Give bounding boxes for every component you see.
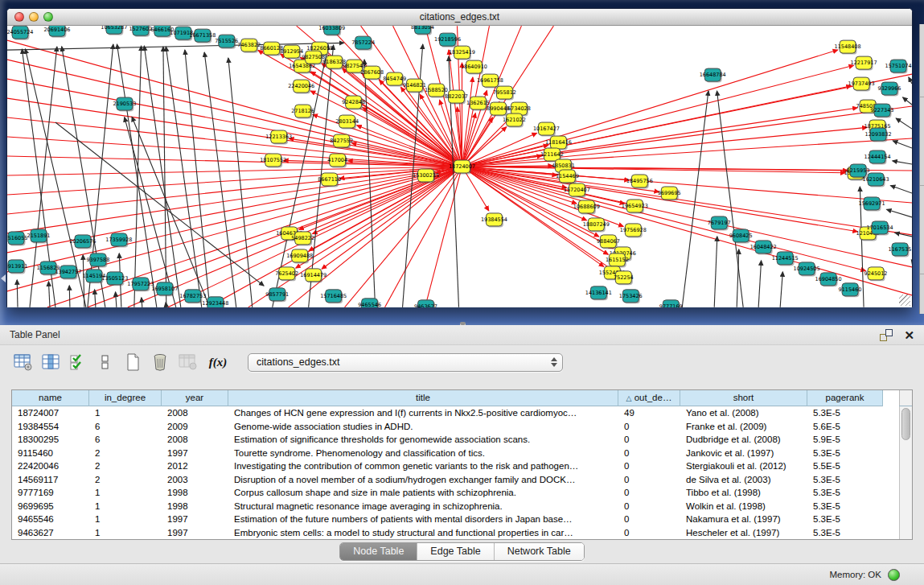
column-header-out_degree[interactable]: △ out_de… bbox=[618, 390, 680, 406]
graph-node[interactable]: 22420046 bbox=[288, 80, 314, 93]
scrollbar-thumb[interactable] bbox=[901, 408, 910, 440]
create-column-button[interactable] bbox=[122, 352, 143, 373]
graph-node[interactable]: 9777169 bbox=[659, 300, 683, 307]
column-header-short[interactable]: short bbox=[680, 390, 807, 406]
graph-node[interactable]: 2151891 bbox=[27, 229, 51, 243]
graph-node[interactable]: 14136141 bbox=[585, 286, 612, 300]
table-row[interactable]: 1938455462009Genome-wide association stu… bbox=[12, 420, 899, 434]
graph-node[interactable]: 10167427 bbox=[533, 122, 560, 136]
graph-node[interactable]: 752254 bbox=[614, 271, 634, 285]
graph-node[interactable]: 1527602 bbox=[129, 26, 152, 37]
graph-node[interactable]: 15751074 bbox=[885, 60, 912, 73]
graph-node[interactable]: 12217917 bbox=[851, 56, 877, 70]
network-canvas[interactable]: 2405572420691406106532871527602646616010… bbox=[7, 26, 912, 307]
graph-node[interactable]: 10688609 bbox=[573, 200, 600, 214]
memory-ok-indicator[interactable] bbox=[888, 569, 900, 581]
float-panel-icon[interactable] bbox=[880, 329, 893, 341]
graph-node[interactable]: 11244515 bbox=[772, 252, 799, 266]
graph-node[interactable]: 16958107 bbox=[151, 282, 178, 296]
graph-node[interactable]: 5498222 bbox=[291, 232, 314, 245]
graph-node[interactable]: 8912954 bbox=[280, 45, 303, 59]
graph-node[interactable]: 15692971 bbox=[859, 197, 885, 211]
graph-node[interactable]: 9857791 bbox=[265, 288, 289, 302]
tab-network-table[interactable]: Network Table bbox=[495, 543, 584, 560]
graph-node[interactable]: 9884067 bbox=[597, 235, 620, 249]
graph-node[interactable]: 12213363 bbox=[265, 130, 292, 144]
graph-node[interactable]: 16048422 bbox=[750, 241, 777, 254]
graph-node[interactable]: 9245012 bbox=[864, 267, 888, 281]
graph-node[interactable]: 8990448 bbox=[487, 102, 510, 116]
graph-node[interactable]: 16033809 bbox=[318, 26, 345, 36]
graph-node[interactable]: 19654923 bbox=[622, 200, 648, 213]
table-row[interactable]: 1872400712008Changes of HCN gene express… bbox=[12, 406, 899, 420]
graph-node[interactable]: 7515526 bbox=[215, 35, 238, 48]
results-panel-edge[interactable] bbox=[919, 24, 924, 314]
graph-node[interactable]: 2803144 bbox=[335, 115, 359, 129]
graph-node[interactable]: 18325419 bbox=[449, 46, 475, 60]
graph-node[interactable]: 1615152 bbox=[606, 253, 629, 267]
graph-node[interactable]: 9699695 bbox=[658, 187, 681, 200]
graph-node[interactable]: 10653287 bbox=[101, 26, 127, 35]
column-header-title[interactable]: title bbox=[228, 390, 618, 406]
graph-node[interactable]: 8822037 bbox=[445, 90, 468, 104]
column-header-in_degree[interactable]: in_degree bbox=[89, 390, 162, 406]
graph-node[interactable]: 18107552 bbox=[260, 154, 286, 167]
graph-node[interactable]: 18495756 bbox=[626, 175, 653, 188]
graph-node[interactable]: 15716485 bbox=[320, 290, 347, 303]
graph-node[interactable]: 2190533 bbox=[113, 97, 136, 111]
row-options-button[interactable] bbox=[95, 352, 116, 373]
graph-node[interactable]: 9329966 bbox=[878, 82, 901, 96]
function-builder-button[interactable]: f(x) bbox=[207, 352, 228, 373]
window-resize-grip[interactable] bbox=[899, 295, 910, 306]
table-settings-button[interactable] bbox=[13, 352, 34, 373]
graph-node[interactable]: 16904850 bbox=[815, 273, 842, 286]
column-header-year[interactable]: year bbox=[162, 390, 228, 406]
graph-node[interactable]: 11548408 bbox=[835, 40, 861, 54]
table-scrollbar[interactable] bbox=[899, 406, 912, 539]
column-header-pagerank[interactable]: pagerank bbox=[807, 390, 883, 406]
graph-node[interactable]: 19737493 bbox=[848, 77, 875, 91]
graph-node[interactable]: 7857224 bbox=[351, 36, 375, 50]
graph-node[interactable]: 9608425 bbox=[729, 229, 753, 243]
close-panel-icon[interactable]: ✕ bbox=[904, 329, 914, 341]
table-row[interactable]: 977716911998Corpus callosum shape and si… bbox=[12, 486, 899, 500]
graph-node[interactable]: 1621022 bbox=[503, 113, 526, 127]
graph-node[interactable]: 8427552 bbox=[330, 134, 353, 148]
graph-node[interactable]: 12444154 bbox=[864, 150, 891, 164]
graph-node[interactable]: 18640910 bbox=[461, 60, 487, 74]
minimize-window-icon[interactable] bbox=[29, 12, 39, 22]
graph-node[interactable]: 2516055 bbox=[7, 232, 27, 245]
graph-node[interactable]: 1167535 bbox=[889, 243, 912, 257]
graph-node[interactable]: 19756928 bbox=[620, 224, 647, 237]
table-row[interactable]: 1830029562008Estimation of significance … bbox=[12, 433, 899, 447]
graph-node[interactable]: 9465546 bbox=[358, 299, 381, 307]
graph-node[interactable]: 17359928 bbox=[105, 233, 132, 247]
graph-node[interactable]: 16648784 bbox=[700, 68, 726, 82]
graph-node[interactable]: 3913911 bbox=[7, 260, 27, 274]
graph-node[interactable]: 9397588 bbox=[86, 253, 109, 267]
graph-node[interactable]: 20206576 bbox=[69, 235, 96, 249]
select-columns-button[interactable] bbox=[68, 352, 88, 373]
zoom-window-icon[interactable] bbox=[43, 12, 53, 22]
graph-node[interactable]: 2718126 bbox=[291, 105, 314, 118]
graph-node[interactable]: 19218596 bbox=[434, 33, 461, 47]
table-row[interactable]: 946554611997Estimation of the future num… bbox=[12, 513, 899, 526]
table-row[interactable]: 969969511998Structural magnetic resonanc… bbox=[12, 500, 899, 513]
graph-node[interactable]: 10924505 bbox=[794, 262, 820, 276]
graph-node[interactable]: 9146821 bbox=[403, 79, 426, 93]
graph-node[interactable]: 8667110 bbox=[318, 173, 341, 187]
citation-network-graph[interactable]: 2405572420691406106532871527602646616010… bbox=[7, 26, 912, 307]
table-row[interactable]: 946362711997Embryonic stem cells: a mode… bbox=[12, 526, 899, 540]
network-view-window[interactable]: citations_edges.txt 24055724206914061065… bbox=[6, 8, 913, 307]
graph-node[interactable]: 17957223 bbox=[127, 278, 154, 291]
graph-node[interactable]: 24055724 bbox=[7, 26, 33, 39]
tab-node-table[interactable]: Node Table bbox=[340, 543, 417, 560]
table-row[interactable]: 1456911722003Disruption of a novel membe… bbox=[12, 473, 899, 487]
graph-node[interactable]: 2867608 bbox=[360, 66, 384, 80]
graph-node[interactable]: 9227343 bbox=[871, 104, 894, 117]
graph-node[interactable]: 1753426 bbox=[619, 290, 643, 303]
graph-node[interactable]: 20691406 bbox=[43, 26, 70, 38]
graph-node[interactable]: 8813054 bbox=[411, 26, 434, 35]
window-titlebar[interactable]: citations_edges.txt bbox=[7, 9, 912, 26]
column-header-name[interactable]: name bbox=[12, 390, 89, 406]
